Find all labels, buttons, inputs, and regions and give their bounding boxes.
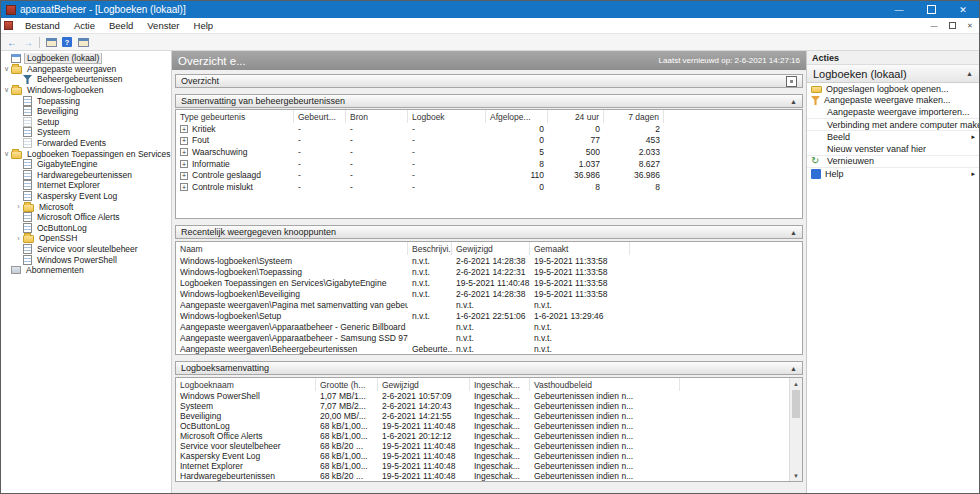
summary-section-bar[interactable]: Samenvatting van beheergebeurtenissen ▲: [175, 94, 803, 108]
forward-button[interactable]: →: [20, 35, 36, 49]
scroll-up-icon[interactable]: ▲: [790, 378, 802, 389]
action-item[interactable]: Opgeslagen logboek openen...: [807, 83, 979, 95]
tree-item[interactable]: › Microsoft: [1, 201, 171, 212]
column-header[interactable]: Bron: [346, 110, 408, 123]
action-item[interactable]: Nieuw venster vanaf hier: [807, 143, 979, 156]
summary-row[interactable]: +Informatie - - - 8 1.037 8.627: [176, 158, 802, 170]
tree-item[interactable]: Systeem: [1, 127, 171, 138]
column-header[interactable]: Gemaakt: [530, 242, 630, 255]
child-minimize-button[interactable]: —: [925, 22, 943, 29]
tree-item[interactable]: ∨ Aangepaste weergaven: [1, 64, 171, 75]
column-header[interactable]: Logboeknaam: [176, 378, 316, 391]
recent-node-row[interactable]: Aangepaste weergaven\Pagina met samenvat…: [176, 299, 802, 310]
log-row[interactable]: Service voor sleutelbeheer 68 kB/20 ... …: [176, 441, 802, 451]
column-header[interactable]: 24 uur: [548, 110, 604, 123]
tree-item[interactable]: Windows PowerShell: [1, 254, 171, 265]
menu-help[interactable]: Help: [187, 18, 221, 33]
column-header[interactable]: Type gebeurtenis: [176, 110, 294, 123]
expander-icon[interactable]: ∨: [2, 65, 11, 73]
recent-node-row[interactable]: Windows-logboeken\Toepassing n.v.t. 2-6-…: [176, 266, 802, 277]
tree-item[interactable]: Internet Explorer: [1, 180, 171, 191]
summary-row[interactable]: +Fout - - - 0 77 453: [176, 135, 802, 147]
action-item[interactable]: Help ▸: [807, 168, 979, 180]
expand-plus-icon[interactable]: +: [180, 148, 188, 156]
logsummary-section-bar[interactable]: Logboeksamenvatting ▲: [175, 361, 803, 375]
tree-item[interactable]: Beveiliging: [1, 106, 171, 117]
help-button[interactable]: ?: [59, 35, 75, 49]
summary-row[interactable]: +Waarschuwing - - - 5 500 2.033: [176, 146, 802, 158]
action-item[interactable]: Verbinding met andere computer maken...: [807, 119, 979, 132]
log-row[interactable]: Hardwaregebeurtenissen 68 kB/20 ... 19-5…: [176, 471, 802, 481]
recent-node-row[interactable]: Aangepaste weergaven\Apparaatbeheer - Sa…: [176, 332, 802, 343]
column-header[interactable]: Gebeurt...: [294, 110, 346, 123]
collapse-icon[interactable]: ▲: [790, 229, 797, 236]
recent-node-row[interactable]: Aangepaste weergaven\Beheergebeurtenisse…: [176, 343, 802, 354]
overview-bar[interactable]: Overzicht: [175, 74, 803, 88]
expander-icon[interactable]: ∨: [2, 150, 11, 158]
expand-plus-icon[interactable]: +: [180, 183, 188, 191]
maximize-button[interactable]: [915, 1, 947, 18]
expander-icon[interactable]: ›: [14, 235, 23, 242]
action-item[interactable]: Vernieuwen: [807, 156, 979, 169]
menu-beeld[interactable]: Beeld: [102, 18, 140, 33]
log-row[interactable]: Windows PowerShell 1,07 MB/1... 2-6-2021…: [176, 391, 802, 401]
log-row[interactable]: Beveiliging 20,00 MB/... 2-6-2021 14:21:…: [176, 411, 802, 421]
child-restore-button[interactable]: [943, 22, 961, 30]
tree-item[interactable]: ∨ Logboeken Toepassingen en Services: [1, 148, 171, 159]
action-item[interactable]: Beeld ▸: [807, 131, 979, 143]
tree-item[interactable]: Setup: [1, 117, 171, 128]
recent-node-row[interactable]: Windows-logboeken\Systeem n.v.t. 2-6-202…: [176, 255, 802, 266]
summary-row[interactable]: +Controle geslaagd - - - 110 36.986 36.9…: [176, 169, 802, 181]
tree-item[interactable]: ∨ Windows-logboeken: [1, 85, 171, 96]
log-row[interactable]: Systeem 7,07 MB/2... 2-6-2021 14:20:43 I…: [176, 401, 802, 411]
recent-node-row[interactable]: Windows-logboeken\Setup n.v.t. 1-6-2021 …: [176, 310, 802, 321]
scroll-down-icon[interactable]: ▼: [790, 470, 802, 481]
tree-item[interactable]: Forwarded Events: [1, 138, 171, 149]
tree-item[interactable]: Service voor sleutelbeheer: [1, 244, 171, 255]
minimize-button[interactable]: —: [883, 1, 915, 18]
log-row[interactable]: Kaspersky Event Log 68 kB/1,00... 19-5-2…: [176, 451, 802, 461]
action-item[interactable]: Aangepaste weergave importeren...: [807, 106, 979, 119]
column-header[interactable]: Ingeschak...: [470, 378, 530, 391]
overview-window-icon[interactable]: [786, 76, 797, 87]
recent-section-bar[interactable]: Recentelijk weergegeven knooppunten ▲: [175, 225, 803, 239]
log-row[interactable]: Microsoft Office Alerts 68 kB/1,00... 1-…: [176, 431, 802, 441]
recent-node-row[interactable]: Logboeken Toepassingen en Services\Gigab…: [176, 277, 802, 288]
expander-icon[interactable]: ›: [14, 203, 23, 210]
close-button[interactable]: ✕: [947, 1, 979, 18]
menu-venster[interactable]: Venster: [140, 18, 186, 33]
column-header[interactable]: Beschrijvi...: [408, 242, 452, 255]
tree-item[interactable]: Abonnementen: [1, 265, 171, 276]
column-header[interactable]: 7 dagen: [604, 110, 664, 123]
tree-item[interactable]: OcButtonLog: [1, 223, 171, 234]
expander-icon[interactable]: ∨: [2, 86, 11, 94]
recent-node-row[interactable]: Aangepaste weergaven\Apparaatbeheer - Ge…: [176, 321, 802, 332]
collapse-icon[interactable]: ▲: [966, 70, 973, 77]
vertical-scrollbar[interactable]: ▲ ▼: [789, 378, 802, 481]
column-header[interactable]: Logboek: [408, 110, 486, 123]
console-tree-toggle-button[interactable]: [43, 35, 59, 49]
column-header[interactable]: Afgelope...: [486, 110, 548, 123]
recent-node-row[interactable]: Windows-logboeken\Beveiliging n.v.t. 2-6…: [176, 288, 802, 299]
tree-item[interactable]: Toepassing: [1, 95, 171, 106]
actions-section-header[interactable]: Logboeken (lokaal) ▲: [807, 65, 979, 83]
summary-row[interactable]: +Kritiek - - - 0 0 2: [176, 123, 802, 135]
log-row[interactable]: Internet Explorer 68 kB/1,00... 19-5-202…: [176, 461, 802, 471]
tree-item[interactable]: Logboeken (lokaal): [1, 53, 171, 64]
collapse-icon[interactable]: ▲: [790, 98, 797, 105]
action-item[interactable]: Aangepaste weergave maken...: [807, 95, 979, 107]
column-header[interactable]: Naam: [176, 242, 408, 255]
tree-item[interactable]: Microsoft Office Alerts: [1, 212, 171, 223]
column-header[interactable]: Gewijzigd: [378, 378, 470, 391]
tree-item[interactable]: GigabyteEngine: [1, 159, 171, 170]
collapse-icon[interactable]: ▲: [790, 365, 797, 372]
menu-actie[interactable]: Actie: [67, 18, 102, 33]
expand-plus-icon[interactable]: +: [180, 172, 188, 180]
column-header[interactable]: Grootte (h...: [316, 378, 378, 391]
expand-plus-icon[interactable]: +: [180, 125, 188, 133]
back-button[interactable]: ←: [4, 35, 20, 49]
tree-item[interactable]: Hardwaregebeurtenissen: [1, 170, 171, 181]
tree-item[interactable]: › OpenSSH: [1, 233, 171, 244]
action-pane-toggle-button[interactable]: [75, 35, 91, 49]
tree-item[interactable]: Beheergebeurtenissen: [1, 74, 171, 85]
